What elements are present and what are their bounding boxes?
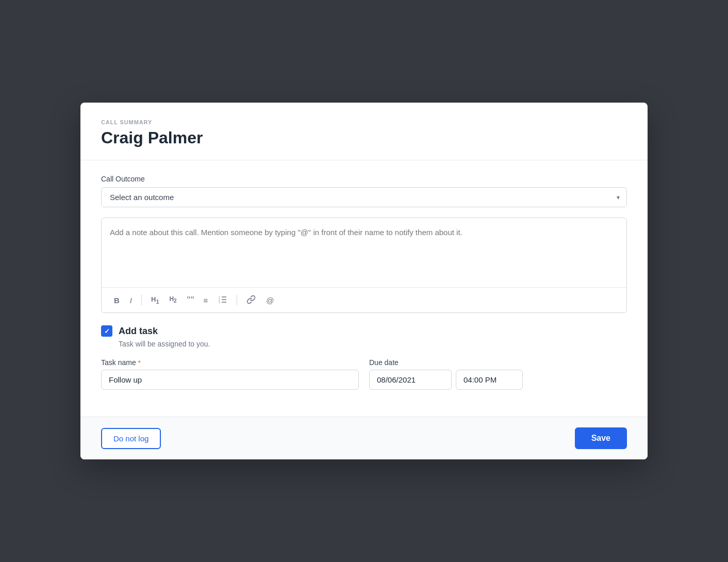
mention-button[interactable]: @ xyxy=(262,294,278,306)
note-textarea[interactable] xyxy=(102,218,626,285)
svg-text:3: 3 xyxy=(219,301,220,304)
italic-button[interactable]: I xyxy=(126,294,136,306)
task-fields: Task name * Due date xyxy=(101,358,627,390)
note-toolbar: B I H1 H2 " " ≡ 1 2 3 xyxy=(102,287,626,312)
date-time-fields xyxy=(369,370,627,390)
call-outcome-select[interactable]: Select an outcome xyxy=(101,187,627,207)
modal-title: Craig Palmer xyxy=(101,128,627,147)
task-assigned-text: Task will be assigned to you. xyxy=(119,340,627,348)
modal-body: Call Outcome Select an outcome ▾ B I H1 … xyxy=(80,160,648,417)
add-task-section: ✓ Add task Task will be assigned to you.… xyxy=(101,325,627,390)
task-name-field-group: Task name * xyxy=(101,358,359,390)
required-indicator: * xyxy=(138,359,141,367)
checkmark-icon: ✓ xyxy=(104,327,110,335)
call-summary-modal: CALL SUMMARY Craig Palmer Call Outcome S… xyxy=(80,103,648,459)
modal-footer: Do not log Save xyxy=(80,417,648,459)
h2-button[interactable]: H2 xyxy=(165,294,180,306)
task-name-input[interactable] xyxy=(101,370,359,390)
bold-button[interactable]: B xyxy=(110,294,124,306)
link-button[interactable] xyxy=(242,293,260,307)
due-date-input[interactable] xyxy=(369,370,452,390)
call-outcome-label: Call Outcome xyxy=(101,175,627,183)
due-time-input[interactable] xyxy=(456,370,523,390)
do-not-log-button[interactable]: Do not log xyxy=(101,428,161,449)
task-name-label: Task name * xyxy=(101,358,359,367)
toolbar-divider-1 xyxy=(141,295,142,305)
toolbar-divider-2 xyxy=(237,295,237,305)
due-date-label: Due date xyxy=(369,358,627,367)
add-task-label: Add task xyxy=(119,326,158,337)
save-button[interactable]: Save xyxy=(575,427,627,449)
quote-button[interactable]: " " xyxy=(183,293,197,307)
modal-header: CALL SUMMARY Craig Palmer xyxy=(80,103,648,160)
add-task-checkbox[interactable]: ✓ xyxy=(101,325,112,337)
bullet-list-button[interactable]: ≡ xyxy=(199,294,212,306)
add-task-header: ✓ Add task xyxy=(101,325,627,337)
call-outcome-select-wrapper: Select an outcome ▾ xyxy=(101,187,627,207)
h1-button[interactable]: H1 xyxy=(147,294,163,306)
task-due-date-field-group: Due date xyxy=(369,358,627,390)
note-editor: B I H1 H2 " " ≡ 1 2 3 xyxy=(101,218,627,313)
ordered-list-button[interactable]: 1 2 3 xyxy=(214,293,231,307)
modal-header-label: CALL SUMMARY xyxy=(101,119,627,125)
